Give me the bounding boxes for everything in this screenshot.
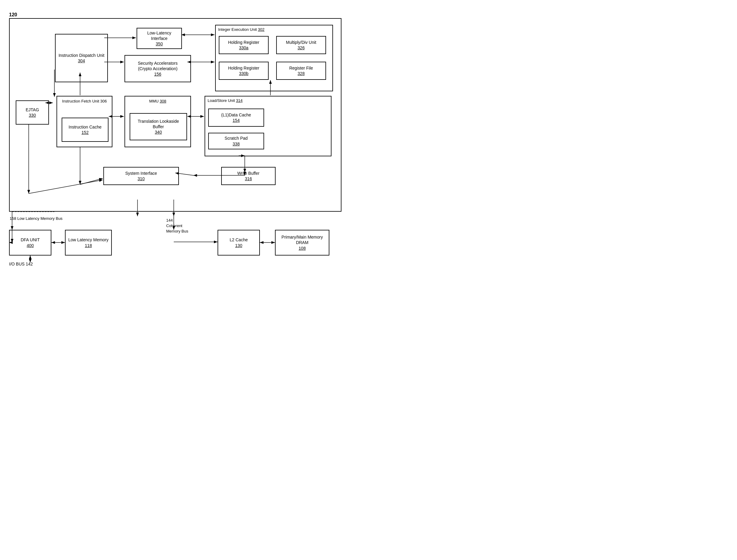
- lsu-label: Load/Store Unit 314: [205, 96, 245, 105]
- instruction-dispatch-unit-block: Instruction Dispatch Unit 304: [55, 34, 108, 82]
- data-cache-block: (L1)Data Cache 154: [208, 109, 264, 127]
- holding-register-330b-block: Holding Register 330b: [219, 62, 269, 80]
- idu-label: Instruction Dispatch Unit: [59, 53, 105, 58]
- io-bus-label: I/O BUS 142: [9, 262, 33, 266]
- sa-label2: (Crypto Acceleration): [138, 66, 178, 71]
- sa-num: 156: [154, 71, 161, 77]
- sa-label1: Security Accelerators: [138, 60, 178, 66]
- low-latency-interface-block: Low-Latency Interface 350: [137, 28, 182, 49]
- scratch-pad-block: Scratch Pad 338: [208, 133, 264, 149]
- integer-execution-unit-block: Integer Execution Unit 302 Holding Regis…: [215, 25, 333, 91]
- low-latency-memory-block: Low Latency Memory 118: [65, 230, 112, 256]
- ejtag-block: EJTAG 330: [16, 100, 49, 125]
- load-store-unit-block: Load/Store Unit 314 (L1)Data Cache 154 S…: [205, 96, 332, 156]
- holding-register-330a-block: Holding Register 330a: [219, 36, 269, 54]
- write-buffer-block: Write Buffer 316: [221, 167, 276, 185]
- instruction-fetch-unit-block: Instruction Fetch Unit 306 Instruction C…: [57, 96, 112, 147]
- diagram-container: 120 Instruction Dispatch Unit 304 Low-La…: [6, 6, 363, 272]
- tlb-block: Translation Lookaside Buffer 340: [130, 113, 187, 140]
- lli-num: 350: [156, 41, 163, 47]
- lli-label: Low-Latency Interface: [139, 30, 180, 41]
- security-accelerators-block: Security Accelerators (Crypto Accelerati…: [125, 55, 191, 82]
- dfa-unit-block: DFA UNIT 400: [9, 230, 51, 256]
- llm-bus-label: 158 Low Latency Memory Bus: [10, 216, 63, 221]
- idu-num: 304: [78, 58, 85, 63]
- multiply-div-unit-block: Multiply/Div Unit 326: [276, 36, 326, 54]
- ieu-label: Integer Execution Unit 302: [216, 25, 267, 34]
- outer-box-label: 120: [9, 12, 17, 18]
- system-interface-block: System Interface 310: [103, 167, 179, 185]
- register-file-block: Register File 328: [276, 62, 326, 80]
- ifu-label: Instruction Fetch Unit 306: [57, 96, 112, 106]
- l2-cache-block: L2 Cache 130: [218, 230, 260, 256]
- coherent-bus-label: 144 Coherent Memory Bus: [166, 218, 188, 234]
- mmu-label: MMU 308: [125, 96, 190, 106]
- outer-box: Instruction Dispatch Unit 304 Low-Latenc…: [9, 18, 342, 212]
- primary-main-memory-block: Primary/Main Memory DRAM 108: [275, 230, 330, 256]
- instruction-cache-block: Instruction Cache 152: [62, 118, 109, 142]
- mmu-block: MMU 308 Translation Lookaside Buffer 340: [125, 96, 191, 147]
